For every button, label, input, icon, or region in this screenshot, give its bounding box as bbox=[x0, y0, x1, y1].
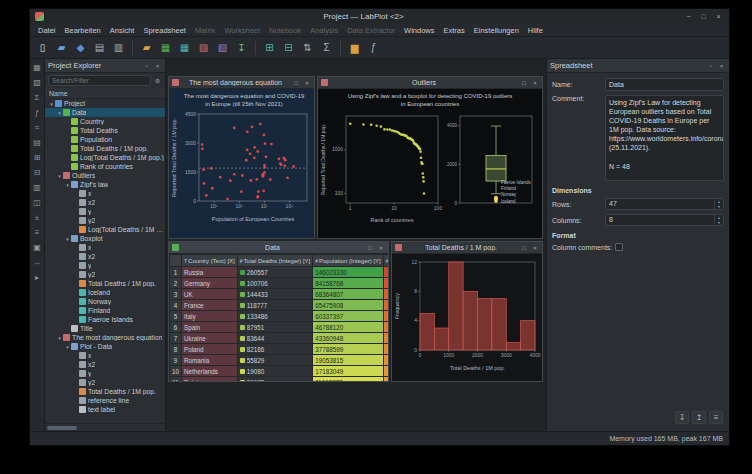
tree-item-log-total-deaths-1m-pop[interactable]: Log(Total Deaths / 1M pop.) bbox=[45, 225, 165, 234]
save-project-icon[interactable]: ◆ bbox=[72, 39, 89, 56]
restore-icon[interactable]: □ bbox=[520, 80, 528, 86]
subwindow-titlebar[interactable]: The most dangerous equation □ × bbox=[169, 77, 314, 89]
cell-country[interactable]: Poland bbox=[182, 344, 238, 355]
menu-bearbeiten[interactable]: Bearbeiten bbox=[61, 25, 105, 36]
row-header[interactable]: 4 bbox=[170, 300, 182, 311]
remove-row-icon[interactable]: ⊟ bbox=[280, 39, 297, 56]
tree-item-plot-data[interactable]: ▾Plot - Data bbox=[45, 342, 165, 351]
tree-item-faeroe-islands[interactable]: Faeroe Islands bbox=[45, 315, 165, 324]
cell-clipped-column[interactable] bbox=[383, 278, 388, 289]
expander-icon[interactable]: ▾ bbox=[64, 344, 71, 350]
tree-item-x2[interactable]: x2 bbox=[45, 252, 165, 261]
menu-ansicht[interactable]: Ansicht bbox=[106, 25, 139, 36]
cell-country[interactable]: France bbox=[182, 300, 238, 311]
titlebar[interactable]: Project — LabPlot <2> − □ × bbox=[30, 9, 729, 24]
menu-worksheet[interactable]: Worksheet bbox=[220, 25, 264, 36]
tree-item-y[interactable]: y bbox=[45, 261, 165, 270]
tree-item-country[interactable]: Country bbox=[45, 117, 165, 126]
tree-item-y2[interactable]: y2 bbox=[45, 378, 165, 387]
cell-population[interactable]: 146023330 bbox=[313, 267, 383, 278]
maximize-icon[interactable]: □ bbox=[698, 13, 709, 20]
cell-country[interactable]: Germany bbox=[182, 278, 238, 289]
side-tool-icon-15[interactable]: ▸ bbox=[35, 274, 39, 282]
subwindow-titlebar[interactable]: Outliers □ × bbox=[318, 77, 542, 89]
menu-hilfe[interactable]: Hilfe bbox=[524, 25, 547, 36]
cell-population[interactable]: 37788599 bbox=[313, 344, 383, 355]
new-project-icon[interactable]: ▯ bbox=[34, 39, 51, 56]
menu-datei[interactable]: Datei bbox=[34, 25, 60, 36]
tree-item-y[interactable]: y bbox=[45, 207, 165, 216]
tree-item-data[interactable]: ▾Data bbox=[45, 108, 165, 117]
cell-total-deaths[interactable]: 133486 bbox=[237, 311, 312, 322]
cell-country[interactable]: Ukraine bbox=[182, 333, 238, 344]
tree-item-text-label[interactable]: text label bbox=[45, 405, 165, 414]
cell-country[interactable]: Spain bbox=[182, 322, 238, 333]
row-header[interactable]: 1 bbox=[170, 267, 182, 278]
menu-data-extractor[interactable]: Data Extractor bbox=[343, 25, 399, 36]
cell-population[interactable]: 65475908 bbox=[313, 300, 383, 311]
column-header-item[interactable]: # bbox=[383, 255, 388, 267]
explorer-hscrollbar[interactable] bbox=[45, 423, 165, 431]
menu-spreadsheet[interactable]: Spreadsheet bbox=[139, 25, 190, 36]
tree-item-x[interactable]: x bbox=[45, 351, 165, 360]
tree-item-y2[interactable]: y2 bbox=[45, 270, 165, 279]
cell-clipped-column[interactable] bbox=[383, 322, 388, 333]
save-template-button[interactable]: ↥ bbox=[692, 411, 706, 424]
column-header-country-text-x[interactable]: TCountry (Text) [X] bbox=[182, 255, 238, 267]
tree-item-x[interactable]: x bbox=[45, 243, 165, 252]
cell-country[interactable]: Netherlands bbox=[182, 366, 238, 377]
menu-extras[interactable]: Extras bbox=[440, 25, 469, 36]
cell-clipped-column[interactable] bbox=[383, 377, 388, 382]
row-header[interactable]: 9 bbox=[170, 355, 182, 366]
tree-item-x[interactable]: x bbox=[45, 189, 165, 198]
row-header[interactable]: 11 bbox=[170, 377, 182, 382]
column-header-total-deaths-integer-y[interactable]: #Total Deaths (Integer) [Y] bbox=[237, 255, 312, 267]
menu-windows[interactable]: Windows bbox=[400, 25, 438, 36]
cell-total-deaths[interactable]: 82186 bbox=[237, 344, 312, 355]
tree-item-total-deaths-1m-pop[interactable]: Total Deaths / 1M pop. bbox=[45, 144, 165, 153]
cell-country[interactable]: Belgium bbox=[182, 377, 238, 382]
expander-icon[interactable]: ▾ bbox=[56, 173, 63, 179]
float-panel-icon[interactable]: ▫ bbox=[142, 63, 151, 69]
tree-item-zipf-s-law[interactable]: ▾Zipf's law bbox=[45, 180, 165, 189]
close-icon[interactable]: × bbox=[713, 13, 724, 20]
name-field[interactable] bbox=[605, 78, 724, 91]
cell-clipped-column[interactable] bbox=[383, 289, 388, 300]
row-header[interactable]: 6 bbox=[170, 322, 182, 333]
cell-clipped-column[interactable] bbox=[383, 355, 388, 366]
tree-item-y2[interactable]: y2 bbox=[45, 216, 165, 225]
cell-clipped-column[interactable] bbox=[383, 267, 388, 278]
expander-icon[interactable]: ▾ bbox=[48, 101, 55, 107]
close-panel-icon[interactable]: × bbox=[717, 63, 726, 69]
cell-clipped-column[interactable] bbox=[383, 300, 388, 311]
cell-clipped-column[interactable] bbox=[383, 333, 388, 344]
row-header[interactable]: 2 bbox=[170, 278, 182, 289]
cell-population[interactable]: 19053815 bbox=[313, 355, 383, 366]
side-tool-icon-5[interactable]: ≈ bbox=[35, 124, 39, 132]
open-project-icon[interactable]: ▰ bbox=[53, 39, 70, 56]
cell-total-deaths[interactable]: 260557 bbox=[237, 267, 312, 278]
tree-item-x2[interactable]: x2 bbox=[45, 198, 165, 207]
tree-item-boxplot[interactable]: ▾Boxplot bbox=[45, 234, 165, 243]
menu-analysis[interactable]: Analysis bbox=[306, 25, 342, 36]
cell-population[interactable]: 46788120 bbox=[313, 322, 383, 333]
filter-options-icon[interactable]: ⚙ bbox=[153, 77, 162, 84]
new-worksheet-icon[interactable]: ▨ bbox=[195, 39, 212, 56]
import-file-icon[interactable]: ↧ bbox=[233, 39, 250, 56]
restore-icon[interactable]: □ bbox=[520, 245, 528, 251]
subwindow-titlebar[interactable]: Data □ × bbox=[169, 242, 388, 254]
cell-total-deaths[interactable]: 144433 bbox=[237, 289, 312, 300]
tree-item-x2[interactable]: x2 bbox=[45, 360, 165, 369]
side-tool-icon-12[interactable]: ≡ bbox=[35, 229, 40, 237]
close-icon[interactable]: × bbox=[531, 245, 539, 251]
subwindow-titlebar[interactable]: Total Deaths / 1 M pop. □ × bbox=[392, 242, 542, 254]
cell-total-deaths[interactable]: 55829 bbox=[237, 355, 312, 366]
row-header[interactable]: 5 bbox=[170, 311, 182, 322]
spinbox-arrows[interactable]: ▴▾ bbox=[714, 215, 723, 225]
tree-item-population[interactable]: Population bbox=[45, 135, 165, 144]
side-tool-icon-8[interactable]: ⊟ bbox=[34, 169, 41, 177]
tree-item-project[interactable]: ▾Project bbox=[45, 99, 165, 108]
restore-icon[interactable]: □ bbox=[292, 80, 300, 86]
side-tool-icon-13[interactable]: ▣ bbox=[33, 244, 41, 252]
cell-population[interactable]: 17183049 bbox=[313, 366, 383, 377]
